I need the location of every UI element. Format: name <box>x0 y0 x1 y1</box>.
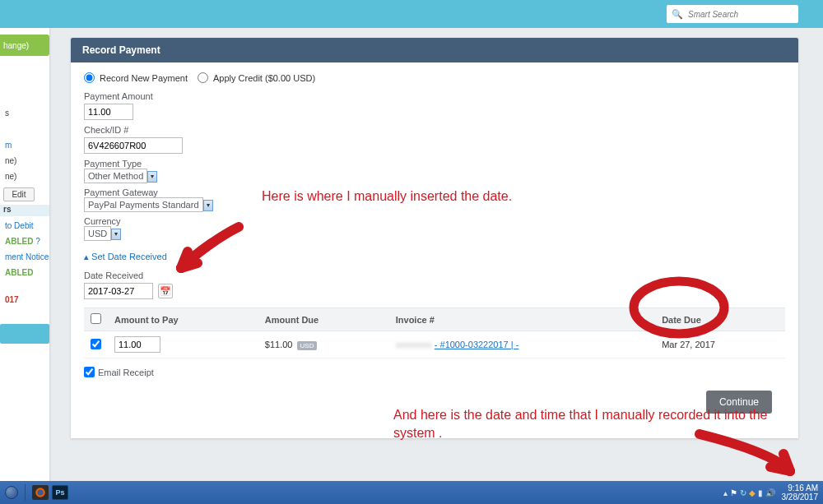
chevron-down-icon[interactable]: ▾ <box>203 200 213 211</box>
tray-sync-icon[interactable]: ↻ <box>740 488 746 497</box>
sidebar-blue-button[interactable] <box>0 324 49 344</box>
payment-type-label: Payment Type <box>84 159 785 169</box>
payment-type-select[interactable]: Other Method <box>84 169 147 183</box>
invoice-cell: xxxxxxxx - #1000-03222017 | - <box>389 331 655 358</box>
record-new-label: Record New Payment <box>100 73 188 83</box>
select-all-checkbox[interactable] <box>91 313 101 324</box>
invoice-link[interactable]: - #1000-03222017 | - <box>435 340 519 349</box>
search-icon: 🔍 <box>672 9 683 20</box>
record-new-radio[interactable] <box>84 72 95 83</box>
start-button[interactable] <box>5 486 18 499</box>
payment-gateway-select[interactable]: PayPal Payments Standard <box>84 197 203 212</box>
check-id-input[interactable] <box>84 137 183 154</box>
payment-mode-row: Record New Payment Apply Credit ($0.00 U… <box>84 72 785 83</box>
col-amount-to-pay: Amount to Pay <box>108 308 258 331</box>
sidebar-to-debit[interactable]: to Debit <box>0 218 49 234</box>
chevron-down-icon[interactable]: ▾ <box>111 229 121 240</box>
continue-button[interactable]: Continue <box>706 391 772 414</box>
row-checkbox[interactable] <box>91 339 101 349</box>
set-date-received-link[interactable]: ▴ Set Date Received <box>84 252 167 262</box>
payment-amount-label: Payment Amount <box>84 91 785 101</box>
tray-shield-icon[interactable]: ◆ <box>749 488 756 497</box>
email-receipt-checkbox[interactable] <box>84 367 95 377</box>
annotation-arrow-2 <box>691 426 807 481</box>
calendar-icon[interactable]: 📅 <box>158 284 173 298</box>
amount-due-cell: $11.00 USD <box>258 331 389 358</box>
sidebar-edit-button[interactable]: Edit <box>3 187 35 201</box>
top-bar: 🔍 <box>0 0 823 28</box>
check-id-label: Check/ID # <box>84 125 785 135</box>
taskbar-photoshop-icon[interactable]: Ps <box>52 485 68 500</box>
col-amount-due: Amount Due <box>258 308 389 331</box>
sidebar-letter-s: s <box>0 105 49 121</box>
tray-speaker-icon[interactable]: 🔊 <box>765 488 775 497</box>
chevron-down-icon[interactable]: ▾ <box>147 171 157 183</box>
payment-amount-input[interactable] <box>84 104 133 120</box>
sidebar-change-button[interactable]: hange) <box>0 35 49 56</box>
apply-credit-label: Apply Credit ($0.00 USD) <box>213 73 315 83</box>
email-receipt-label: Email Receipt <box>98 368 154 377</box>
col-invoice: Invoice # <box>389 308 655 331</box>
windows-taskbar[interactable]: Ps ▴ ⚑ ↻ ◆ ▮ 🔊 9:16 AM 3/28/2017 <box>0 481 823 504</box>
sidebar-ne-2: ne) <box>0 169 49 184</box>
search-input[interactable] <box>688 10 793 19</box>
sidebar-abled-2: ABLED <box>0 265 49 280</box>
panel-title: Record Payment <box>71 38 798 62</box>
amount-to-pay-input[interactable] <box>114 336 160 353</box>
annotation-circle <box>625 275 732 340</box>
taskbar-clock[interactable]: 9:16 AM 3/28/2017 <box>782 483 819 502</box>
tray-up-icon[interactable]: ▴ <box>723 488 728 497</box>
sidebar-ne-1: ne) <box>0 153 49 169</box>
svg-point-0 <box>634 281 724 334</box>
date-received-input[interactable] <box>84 283 153 299</box>
tray-flag-icon[interactable]: ⚑ <box>730 488 737 497</box>
sidebar-notices[interactable]: ment Notices <box>0 249 49 265</box>
sidebar-letter-m[interactable]: m <box>0 137 49 153</box>
smart-search[interactable]: 🔍 <box>667 5 798 23</box>
annotation-arrow-1 <box>165 219 255 284</box>
svg-point-2 <box>38 490 44 496</box>
payment-gateway-label: Payment Gateway <box>84 187 785 197</box>
sidebar-rs-row: rs <box>0 205 49 216</box>
sidebar-year: 017 <box>0 292 49 307</box>
currency-select[interactable]: USD <box>84 226 111 241</box>
left-sidebar: hange) s m ne) ne) Edit rs to Debit ABLE… <box>0 28 49 481</box>
system-tray[interactable]: ▴ ⚑ ↻ ◆ ▮ 🔊 <box>723 488 775 497</box>
sidebar-abled-1: ABLED ? <box>0 234 49 249</box>
apply-credit-radio[interactable] <box>198 72 208 83</box>
taskbar-firefox-icon[interactable] <box>32 485 49 500</box>
tray-battery-icon[interactable]: ▮ <box>758 488 763 497</box>
